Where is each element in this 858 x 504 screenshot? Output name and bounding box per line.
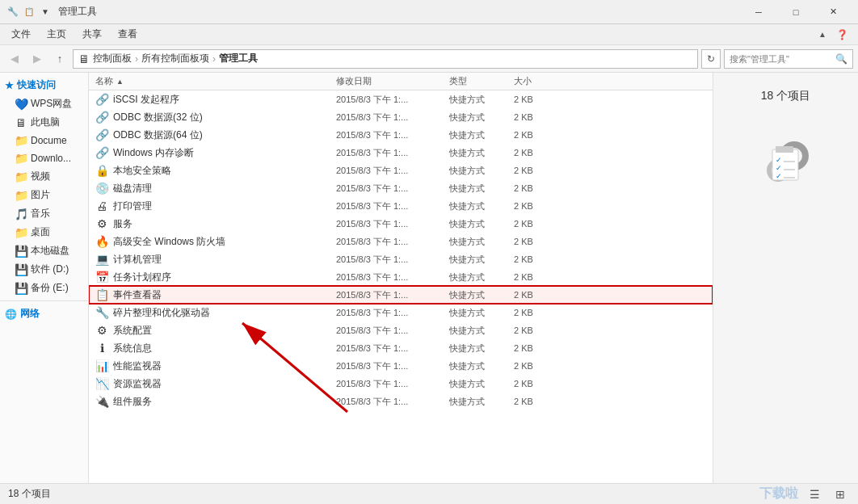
file-icon: 🔗	[95, 146, 108, 159]
refresh-button[interactable]: ↻	[701, 49, 721, 69]
col-header-size[interactable]: 大小	[509, 74, 557, 89]
table-row[interactable]: 📅 任务计划程序 2015/8/3 下午 1:... 快捷方式 2 KB	[89, 268, 713, 286]
table-row[interactable]: ⚙ 服务 2015/8/3 下午 1:... 快捷方式 2 KB	[89, 215, 713, 233]
col-header-type[interactable]: 类型	[444, 74, 509, 89]
table-row[interactable]: 🔗 ODBC 数据源(64 位) 2015/8/3 下午 1:... 快捷方式 …	[89, 126, 713, 144]
file-size-cell: 2 KB	[509, 217, 557, 230]
table-row[interactable]: 📉 资源监视器 2015/8/3 下午 1:... 快捷方式 2 KB	[89, 375, 713, 393]
file-date-cell: 2015/8/3 下午 1:...	[331, 128, 444, 143]
menu-share[interactable]: 共享	[74, 26, 110, 43]
table-row[interactable]: 📊 性能监视器 2015/8/3 下午 1:... 快捷方式 2 KB	[89, 357, 713, 375]
table-row[interactable]: 🔌 组件服务 2015/8/3 下午 1:... 快捷方式 2 KB	[89, 393, 713, 410]
col-header-date[interactable]: 修改日期	[331, 74, 444, 89]
table-row[interactable]: 🔧 碎片整理和优化驱动器 2015/8/3 下午 1:... 快捷方式 2 KB	[89, 304, 713, 321]
help-button[interactable]: ❓	[832, 25, 852, 44]
menu-view[interactable]: 查看	[110, 26, 145, 43]
sidebar-item-this-pc[interactable]: 🖥 此电脑	[0, 113, 88, 132]
sidebar-pictures-label: 图片	[31, 188, 50, 202]
menu-home[interactable]: 主页	[39, 26, 74, 43]
table-row[interactable]: 🔗 ODBC 数据源(32 位) 2015/8/3 下午 1:... 快捷方式 …	[89, 108, 713, 126]
up-button[interactable]: ↑	[50, 49, 69, 69]
sidebar-item-video[interactable]: 📁 视频	[0, 167, 88, 186]
file-size-cell: 2 KB	[509, 111, 557, 124]
file-date-cell: 2015/8/3 下午 1:...	[331, 145, 444, 161]
app-icon: 🔧	[6, 6, 19, 19]
breadcrumb-current: 管理工具	[219, 52, 258, 65]
sidebar-item-downloads[interactable]: 📁 Downlo...	[0, 149, 88, 167]
search-input[interactable]	[730, 54, 835, 64]
sidebar: ★ 快速访问 💙 WPS网盘 🖥 此电脑 📁 Docume 📁 Downlo..…	[0, 73, 89, 483]
close-button[interactable]: ✕	[814, 0, 852, 24]
file-type-cell: 快捷方式	[444, 234, 509, 250]
address-bar[interactable]: 🖥 控制面板 › 所有控制面板项 › 管理工具	[73, 49, 698, 69]
file-name-cell: 📋 事件查看器	[89, 287, 331, 304]
breadcrumb-sep1: ›	[135, 53, 138, 65]
file-date-cell: 2015/8/3 下午 1:...	[331, 376, 444, 392]
table-row[interactable]: 🔥 高级安全 Windows 防火墙 2015/8/3 下午 1:... 快捷方…	[89, 233, 713, 250]
sidebar-item-desktop[interactable]: 📁 桌面	[0, 223, 88, 242]
pictures-icon: 📁	[15, 189, 27, 202]
file-type-cell: 快捷方式	[444, 359, 509, 374]
breadcrumb-all-items[interactable]: 所有控制面板项	[141, 52, 209, 65]
back-button[interactable]: ◀	[5, 49, 24, 69]
search-icon[interactable]: 🔍	[835, 53, 847, 65]
sidebar-item-documents[interactable]: 📁 Docume	[0, 132, 88, 149]
status-count: 18 个项目	[8, 487, 51, 501]
breadcrumb-control-panel[interactable]: 控制面板	[93, 52, 132, 65]
search-box[interactable]: 🔍	[724, 49, 853, 69]
file-type-cell: 快捷方式	[444, 128, 509, 143]
menu-file[interactable]: 文件	[3, 26, 39, 43]
table-row[interactable]: ⚙ 系统配置 2015/8/3 下午 1:... 快捷方式 2 KB	[89, 321, 713, 339]
file-date-cell: 2015/8/3 下午 1:...	[331, 394, 444, 410]
view-grid-button[interactable]: ⊞	[831, 485, 850, 504]
file-name-cell: 🔗 Windows 内存诊断	[89, 145, 331, 162]
maximize-button[interactable]: □	[777, 0, 814, 24]
table-row[interactable]: 🖨 打印管理 2015/8/3 下午 1:... 快捷方式 2 KB	[89, 197, 713, 215]
file-name-text: 事件查看器	[113, 288, 162, 302]
file-icon: ℹ	[95, 342, 108, 355]
file-name-text: 打印管理	[113, 200, 152, 213]
table-row[interactable]: 📋 事件查看器 2015/8/3 下午 1:... 快捷方式 2 KB	[89, 286, 713, 304]
sidebar-item-wps[interactable]: 💙 WPS网盘	[0, 94, 88, 113]
view-list-button[interactable]: ☰	[805, 485, 824, 504]
table-row[interactable]: 💿 磁盘清理 2015/8/3 下午 1:... 快捷方式 2 KB	[89, 179, 713, 197]
file-icon: 🔗	[95, 111, 108, 124]
sidebar-drive-d-label: 软件 (D:)	[31, 262, 69, 276]
ribbon-collapse-button[interactable]: ▲	[813, 25, 832, 44]
file-date-cell: 2015/8/3 下午 1:...	[331, 234, 444, 250]
table-row[interactable]: 💻 计算机管理 2015/8/3 下午 1:... 快捷方式 2 KB	[89, 250, 713, 268]
minimize-button[interactable]: ─	[740, 0, 777, 24]
preview-panel: 18 个项目 ✓ ✓ ✓	[713, 73, 858, 483]
table-row[interactable]: 🔗 Windows 内存诊断 2015/8/3 下午 1:... 快捷方式 2 …	[89, 144, 713, 162]
file-icon: ⚙	[95, 324, 108, 337]
sidebar-item-pictures[interactable]: 📁 图片	[0, 186, 88, 204]
file-name-cell: 📅 任务计划程序	[89, 269, 331, 286]
file-name-text: 性能监视器	[113, 359, 162, 373]
sidebar-header-quick-access[interactable]: ★ 快速访问	[0, 76, 88, 94]
sidebar-item-drive-e[interactable]: 💾 备份 (E:)	[0, 279, 88, 297]
table-row[interactable]: 🔒 本地安全策略 2015/8/3 下午 1:... 快捷方式 2 KB	[89, 162, 713, 179]
preview-icon: ✓ ✓ ✓	[750, 124, 822, 196]
sidebar-item-local-disk[interactable]: 💾 本地磁盘	[0, 242, 88, 260]
file-date-cell: 2015/8/3 下午 1:...	[331, 252, 444, 267]
sidebar-header-network[interactable]: 🌐 网络	[0, 304, 88, 323]
drive-d-icon: 💾	[15, 263, 27, 276]
file-name-text: 任务计划程序	[113, 271, 171, 284]
toolbar: ◀ ▶ ↑ 🖥 控制面板 › 所有控制面板项 › 管理工具 ↻ 🔍	[0, 45, 858, 73]
table-row[interactable]: 🔗 iSCSI 发起程序 2015/8/3 下午 1:... 快捷方式 2 KB	[89, 90, 713, 108]
file-name-cell: ⚙ 系统配置	[89, 322, 331, 339]
file-type-cell: 快捷方式	[444, 305, 509, 321]
wps-icon: 💙	[15, 98, 27, 111]
title-toolbar-icon2: ▼	[39, 6, 52, 19]
file-name-cell: 🔥 高级安全 Windows 防火墙	[89, 233, 331, 250]
sidebar-item-drive-d[interactable]: 💾 软件 (D:)	[0, 260, 88, 279]
file-icon: ⚙	[95, 217, 108, 230]
col-header-name[interactable]: 名称 ▲	[89, 74, 331, 89]
drive-e-icon: 💾	[15, 282, 27, 295]
table-row[interactable]: ℹ 系统信息 2015/8/3 下午 1:... 快捷方式 2 KB	[89, 339, 713, 357]
file-size-cell: 2 KB	[509, 200, 557, 212]
forward-button[interactable]: ▶	[27, 49, 47, 69]
sidebar-item-music[interactable]: 🎵 音乐	[0, 204, 88, 223]
sidebar-local-disk-label: 本地磁盘	[31, 244, 69, 258]
star-icon: ★	[5, 80, 14, 91]
